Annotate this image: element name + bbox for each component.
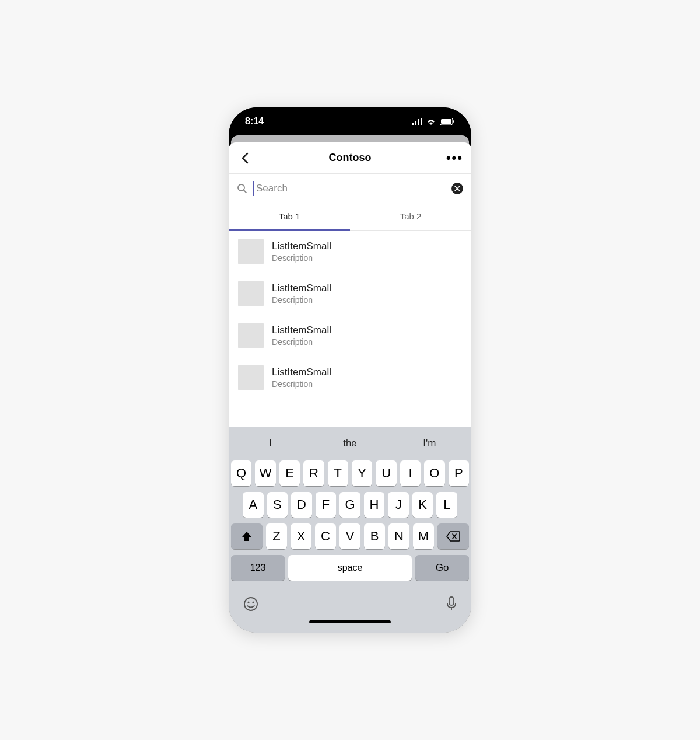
key-n[interactable]: N (388, 523, 410, 549)
list-item-title: ListItemSmall (272, 240, 462, 252)
list-item-description: Description (272, 337, 462, 347)
key-s[interactable]: S (267, 492, 288, 518)
svg-rect-6 (453, 120, 454, 123)
shift-key[interactable] (231, 523, 262, 549)
results-list: ListItemSmall Description ListItemSmall … (229, 231, 471, 427)
chevron-left-icon (241, 152, 249, 164)
key-i[interactable]: I (400, 460, 421, 486)
list-item[interactable]: ListItemSmall Description (229, 315, 471, 357)
key-r[interactable]: R (303, 460, 324, 486)
list-item[interactable]: ListItemSmall Description (229, 273, 471, 315)
status-bar: 8:14 (229, 107, 471, 135)
key-p[interactable]: P (449, 460, 469, 486)
list-item-thumbnail (238, 239, 264, 264)
key-g[interactable]: G (340, 492, 360, 518)
svg-rect-2 (418, 119, 419, 125)
svg-point-9 (244, 598, 257, 610)
key-v[interactable]: V (340, 523, 360, 549)
search-icon (237, 183, 247, 194)
clear-search-button[interactable] (452, 183, 463, 194)
home-indicator[interactable] (309, 620, 391, 623)
key-z[interactable]: Z (266, 523, 287, 549)
backspace-key[interactable] (438, 523, 469, 549)
keyboard-row-2: A S D F G H J K L (231, 492, 469, 518)
keyboard: I the I'm Q W E R T Y U I O P A S (229, 427, 471, 633)
shift-icon (241, 530, 253, 542)
key-d[interactable]: D (291, 492, 312, 518)
list-item-title: ListItemSmall (272, 324, 462, 336)
svg-rect-3 (421, 118, 422, 125)
tabs: Tab 1 Tab 2 (229, 203, 471, 231)
back-button[interactable] (237, 150, 253, 166)
key-j[interactable]: J (388, 492, 409, 518)
list-item-description: Description (272, 295, 462, 305)
key-f[interactable]: F (316, 492, 337, 518)
microphone-icon[interactable] (446, 596, 457, 612)
svg-rect-1 (415, 121, 416, 125)
status-time: 8:14 (245, 116, 264, 127)
list-item-title: ListItemSmall (272, 282, 462, 294)
wifi-icon (426, 118, 436, 125)
status-indicators (412, 118, 455, 125)
svg-point-10 (247, 601, 249, 603)
suggestion[interactable]: the (310, 438, 389, 449)
list-item[interactable]: ListItemSmall Description (229, 357, 471, 399)
list-item[interactable]: ListItemSmall Description (229, 231, 471, 273)
battery-icon (440, 118, 455, 125)
emoji-icon[interactable] (243, 596, 259, 612)
key-o[interactable]: O (424, 460, 444, 486)
list-item-thumbnail (238, 323, 264, 348)
svg-rect-0 (412, 123, 414, 125)
key-b[interactable]: B (364, 523, 385, 549)
list-item-description: Description (272, 379, 462, 389)
phone-frame: 8:14 Contoso ••• Tab (229, 107, 471, 633)
numeric-key[interactable]: 123 (231, 555, 285, 581)
more-button[interactable]: ••• (446, 151, 463, 166)
svg-point-7 (238, 184, 244, 191)
key-y[interactable]: Y (352, 460, 372, 486)
cellular-icon (412, 118, 422, 125)
key-c[interactable]: C (315, 523, 336, 549)
go-key[interactable]: Go (415, 555, 469, 581)
suggestion[interactable]: I (231, 438, 310, 449)
page-title: Contoso (329, 152, 372, 164)
svg-point-11 (252, 601, 254, 603)
key-h[interactable]: H (364, 492, 385, 518)
key-m[interactable]: M (413, 523, 434, 549)
backspace-icon (446, 531, 460, 542)
close-icon (454, 186, 460, 191)
page-header: Contoso ••• (229, 142, 471, 174)
keyboard-row-1: Q W E R T Y U I O P (231, 460, 469, 486)
key-q[interactable]: Q (231, 460, 251, 486)
svg-line-8 (244, 190, 246, 193)
key-t[interactable]: T (328, 460, 348, 486)
tab-1[interactable]: Tab 1 (229, 203, 350, 231)
svg-rect-5 (441, 119, 452, 124)
keyboard-suggestions: I the I'm (231, 430, 469, 457)
svg-rect-12 (449, 597, 454, 605)
key-l[interactable]: L (436, 492, 457, 518)
key-e[interactable]: E (279, 460, 300, 486)
keyboard-row-4: 123 space Go (231, 555, 469, 581)
key-w[interactable]: W (255, 460, 275, 486)
keyboard-footer (231, 587, 469, 617)
key-u[interactable]: U (376, 460, 396, 486)
search-input[interactable] (253, 181, 446, 196)
list-item-title: ListItemSmall (272, 366, 462, 378)
modal-sheet: Contoso ••• Tab 1 Tab 2 ListItemSmall (229, 142, 471, 633)
space-key[interactable]: space (288, 555, 412, 581)
key-a[interactable]: A (243, 492, 264, 518)
search-bar (229, 174, 471, 203)
suggestion[interactable]: I'm (390, 438, 469, 449)
tab-2[interactable]: Tab 2 (350, 203, 471, 231)
list-item-description: Description (272, 253, 462, 263)
key-k[interactable]: K (412, 492, 433, 518)
list-item-thumbnail (238, 281, 264, 306)
key-x[interactable]: X (290, 523, 312, 549)
more-icon: ••• (446, 151, 463, 165)
list-item-thumbnail (238, 365, 264, 390)
keyboard-row-3: Z X C V B N M (231, 523, 469, 549)
